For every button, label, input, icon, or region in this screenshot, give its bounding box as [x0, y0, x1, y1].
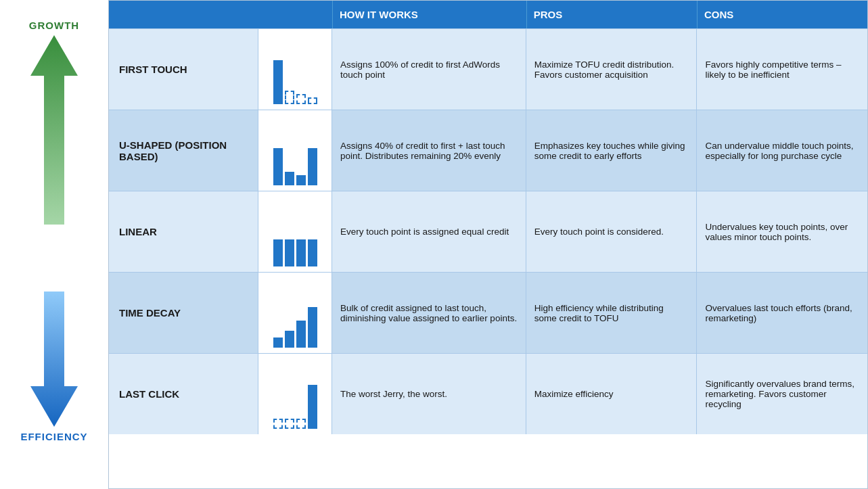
attribution-table: HOW IT WORKS PROS CONS FIRST TOUCH Assig…: [108, 0, 868, 489]
table-row: LAST CLICK The worst Jerry, the worst. M…: [109, 353, 867, 434]
efficiency-arrow-section: EFFICIENCY: [0, 245, 108, 490]
row-how: Bulk of credit assigned to last touch, d…: [332, 273, 526, 353]
row-cons: Undervalues key touch points, over value…: [696, 191, 867, 272]
row-cons: Can undervalue middle touch points, espe…: [696, 110, 867, 191]
growth-label: GROWTH: [29, 20, 79, 31]
row-name: U-SHAPED (POSITION BASED): [109, 110, 258, 191]
row-pros: High efficiency while distributing some …: [526, 273, 697, 353]
row-chart: [258, 191, 332, 272]
table-body: FIRST TOUCH Assigns 100% of credit to fi…: [109, 28, 867, 434]
svg-marker-0: [30, 35, 78, 225]
growth-arrow-icon: [30, 35, 78, 225]
growth-arrow-section: GROWTH: [0, 0, 108, 245]
efficiency-arrow-icon: [30, 292, 78, 427]
row-name: FIRST TOUCH: [109, 29, 258, 110]
table-row: TIME DECAY Bulk of credit assigned to la…: [109, 272, 867, 353]
efficiency-label: EFFICIENCY: [20, 431, 87, 442]
row-name: LAST CLICK: [109, 354, 258, 434]
svg-marker-1: [30, 292, 78, 427]
row-chart: [258, 29, 332, 110]
table-row: FIRST TOUCH Assigns 100% of credit to fi…: [109, 28, 867, 110]
row-cons: Favors highly competitive terms – likely…: [696, 29, 867, 110]
row-how: Assigns 40% of credit to first + last to…: [332, 110, 526, 191]
row-pros: Maximize efficiency: [526, 354, 697, 434]
header-how: HOW IT WORKS: [332, 1, 526, 28]
row-pros: Emphasizes key touches while giving some…: [526, 110, 697, 191]
row-name: LINEAR: [109, 191, 258, 272]
table-row: U-SHAPED (POSITION BASED) Assigns 40% of…: [109, 110, 867, 191]
row-how: Assigns 100% of credit to first AdWords …: [332, 29, 526, 110]
header-cons: CONS: [697, 1, 867, 28]
table-header: HOW IT WORKS PROS CONS: [109, 1, 867, 28]
header-name-spacer: [109, 1, 258, 28]
row-chart: [258, 273, 332, 353]
row-cons: Overvalues last touch efforts (brand, re…: [696, 273, 867, 353]
row-chart: [258, 354, 332, 434]
row-how: Every touch point is assigned equal cred…: [332, 191, 526, 272]
header-pros: PROS: [526, 1, 697, 28]
row-cons: Significantly overvalues brand terms, re…: [696, 354, 867, 434]
row-pros: Every touch point is considered.: [526, 191, 697, 272]
table-row: LINEAR Every touch point is assigned equ…: [109, 191, 867, 272]
arrow-column: GROWTH: [0, 0, 108, 489]
header-chart-spacer: [258, 1, 332, 28]
outer-wrapper: GROWTH: [0, 0, 868, 489]
row-pros: Maximize TOFU credit distribution. Favor…: [526, 29, 697, 110]
row-how: The worst Jerry, the worst.: [332, 354, 526, 434]
row-name: TIME DECAY: [109, 273, 258, 353]
row-chart: [258, 110, 332, 191]
